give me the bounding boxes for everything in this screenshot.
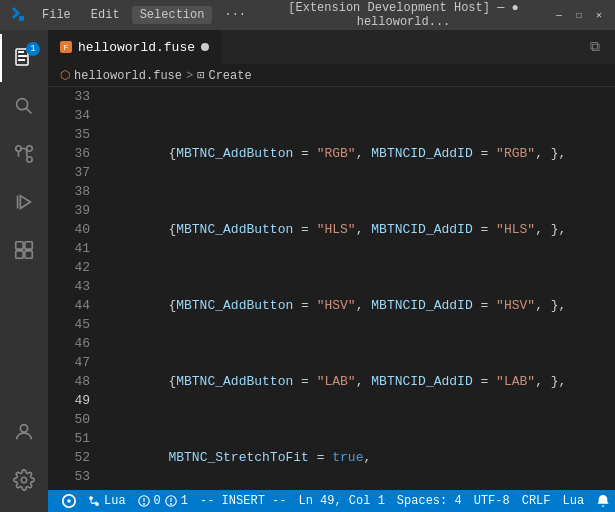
svg-rect-13 bbox=[16, 242, 23, 249]
line-num-37: 37 bbox=[48, 163, 90, 182]
line-num-41: 41 bbox=[48, 239, 90, 258]
settings-activity-icon[interactable] bbox=[0, 456, 48, 504]
status-error-count: 0 bbox=[154, 494, 161, 508]
run-activity-icon[interactable] bbox=[0, 178, 48, 226]
editor-tab[interactable]: F helloworld.fuse bbox=[48, 30, 222, 65]
menu-bar: File Edit Selection ··· bbox=[34, 6, 254, 24]
line-num-36: 36 bbox=[48, 144, 90, 163]
line-num-53: 53 bbox=[48, 467, 90, 486]
svg-marker-11 bbox=[20, 196, 30, 209]
tab-bar: F helloworld.fuse ⧉ bbox=[48, 30, 615, 65]
svg-point-8 bbox=[27, 157, 33, 163]
svg-point-9 bbox=[27, 146, 33, 152]
status-encoding[interactable]: UTF-8 bbox=[468, 490, 516, 512]
line-num-45: 45 bbox=[48, 315, 90, 334]
svg-point-19 bbox=[67, 499, 71, 503]
breadcrumb-file-icon: ⬡ bbox=[60, 68, 70, 83]
line-num-48: 48 bbox=[48, 372, 90, 391]
breadcrumb-file[interactable]: ⬡ helloworld.fuse bbox=[60, 68, 182, 83]
svg-rect-15 bbox=[16, 251, 23, 258]
code-content[interactable]: {MBTNC_AddButton = "RGB", MBTNCID_AddID … bbox=[98, 87, 615, 490]
line-num-39: 39 bbox=[48, 201, 90, 220]
status-line-ending[interactable]: CRLF bbox=[516, 490, 557, 512]
svg-point-28 bbox=[170, 504, 171, 505]
tab-file-icon: F bbox=[60, 41, 72, 53]
explorer-badge: 1 bbox=[26, 42, 40, 56]
line-num-47: 47 bbox=[48, 353, 90, 372]
search-activity-icon[interactable] bbox=[0, 82, 48, 130]
svg-point-25 bbox=[143, 504, 144, 505]
breadcrumb-section-label: Create bbox=[208, 69, 251, 83]
status-spaces-label: Spaces: 4 bbox=[397, 494, 462, 508]
line-num-52: 52 bbox=[48, 448, 90, 467]
status-encoding-label: UTF-8 bbox=[474, 494, 510, 508]
code-line-35: {MBTNC_AddButton = "HSV", MBTNCID_AddID … bbox=[106, 296, 615, 315]
code-editor[interactable]: 33 34 35 36 37 38 39 40 41 42 43 44 45 4… bbox=[48, 87, 615, 490]
line-num-34: 34 bbox=[48, 106, 90, 125]
menu-file[interactable]: File bbox=[34, 6, 79, 24]
code-line-36: {MBTNC_AddButton = "LAB", MBTNCID_AddID … bbox=[106, 372, 615, 391]
tab-filename: helloworld.fuse bbox=[78, 40, 195, 55]
split-editor-button[interactable]: ⧉ bbox=[583, 35, 607, 59]
status-mode[interactable]: -- INSERT -- bbox=[194, 490, 292, 512]
line-num-38: 38 bbox=[48, 182, 90, 201]
maximize-button[interactable]: ☐ bbox=[573, 9, 585, 21]
line-numbers: 33 34 35 36 37 38 39 40 41 42 43 44 45 4… bbox=[48, 87, 98, 490]
svg-point-20 bbox=[89, 496, 93, 500]
status-git-label: Lua bbox=[104, 494, 126, 508]
breadcrumb: ⬡ helloworld.fuse > ⊡ Create bbox=[48, 65, 615, 87]
code-line-34: {MBTNC_AddButton = "HLS", MBTNCID_AddID … bbox=[106, 220, 615, 239]
svg-rect-1 bbox=[18, 51, 24, 53]
status-remote[interactable] bbox=[56, 490, 82, 512]
status-git[interactable]: Lua bbox=[82, 490, 132, 512]
breadcrumb-section[interactable]: ⊡ Create bbox=[197, 68, 251, 83]
svg-point-7 bbox=[16, 146, 22, 152]
line-num-51: 51 bbox=[48, 429, 90, 448]
line-num-49: 49 bbox=[48, 391, 90, 410]
code-line-33: {MBTNC_AddButton = "RGB", MBTNCID_AddID … bbox=[106, 144, 615, 163]
explorer-icon[interactable]: 1 bbox=[0, 34, 48, 82]
svg-rect-16 bbox=[25, 251, 32, 258]
line-num-43: 43 bbox=[48, 277, 90, 296]
status-errors[interactable]: 0 1 bbox=[132, 490, 194, 512]
account-activity-icon[interactable] bbox=[0, 408, 48, 456]
status-warning-count: 1 bbox=[181, 494, 188, 508]
svg-point-18 bbox=[21, 477, 27, 483]
status-language[interactable]: Lua bbox=[557, 490, 591, 512]
tab-actions: ⧉ bbox=[583, 35, 615, 59]
main-layout: 1 bbox=[0, 30, 615, 512]
svg-rect-0 bbox=[19, 16, 24, 21]
line-num-46: 46 bbox=[48, 334, 90, 353]
menu-more[interactable]: ··· bbox=[216, 6, 254, 24]
status-notifications[interactable] bbox=[590, 490, 615, 512]
status-mode-label: -- INSERT -- bbox=[200, 494, 286, 508]
activity-bar: 1 bbox=[0, 30, 48, 512]
svg-point-5 bbox=[17, 99, 28, 110]
code-line-37: MBTNC_StretchToFit = true, bbox=[106, 448, 615, 467]
line-num-42: 42 bbox=[48, 258, 90, 277]
status-position[interactable]: Ln 49, Col 1 bbox=[292, 490, 390, 512]
svg-point-17 bbox=[20, 425, 27, 432]
window-controls: — ☐ ✕ bbox=[553, 9, 605, 21]
activity-bar-bottom bbox=[0, 408, 48, 512]
window-title: [Extension Development Host] — ● hellowo… bbox=[262, 1, 545, 29]
extensions-activity-icon[interactable] bbox=[0, 226, 48, 274]
app-icon bbox=[10, 7, 26, 23]
menu-selection[interactable]: Selection bbox=[132, 6, 213, 24]
svg-rect-14 bbox=[25, 242, 32, 249]
status-position-label: Ln 49, Col 1 bbox=[298, 494, 384, 508]
status-spaces[interactable]: Spaces: 4 bbox=[391, 490, 468, 512]
minimize-button[interactable]: — bbox=[553, 9, 565, 21]
line-num-35: 35 bbox=[48, 125, 90, 144]
source-control-activity-icon[interactable] bbox=[0, 130, 48, 178]
line-num-50: 50 bbox=[48, 410, 90, 429]
title-bar: File Edit Selection ··· [Extension Devel… bbox=[0, 0, 615, 30]
svg-line-6 bbox=[26, 108, 31, 113]
breadcrumb-section-icon: ⊡ bbox=[197, 68, 204, 83]
close-button[interactable]: ✕ bbox=[593, 9, 605, 21]
breadcrumb-filename: helloworld.fuse bbox=[74, 69, 182, 83]
status-bar: Lua 0 1 -- INSERT -- bbox=[48, 490, 615, 512]
menu-edit[interactable]: Edit bbox=[83, 6, 128, 24]
line-num-44: 44 bbox=[48, 296, 90, 315]
editor-area: F helloworld.fuse ⧉ ⬡ helloworld.fuse > … bbox=[48, 30, 615, 512]
